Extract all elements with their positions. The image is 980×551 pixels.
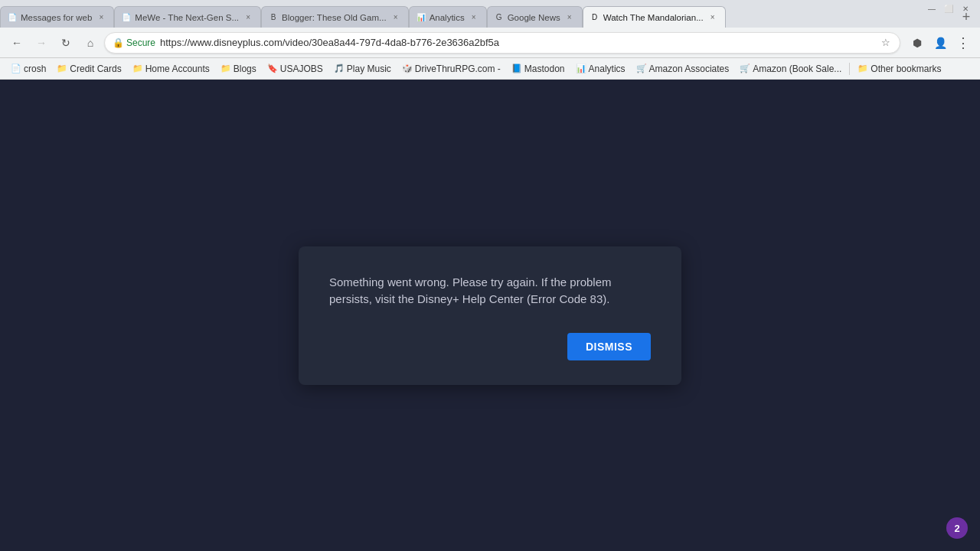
tab-title: Watch The Mandalorian... xyxy=(603,13,704,22)
bookmark-item-5[interactable]: 🎵Play Music xyxy=(329,62,396,76)
tab-title: Analytics xyxy=(430,13,465,22)
bookmark-item-9[interactable]: 🛒Amazon Associates xyxy=(632,62,734,76)
reload-button[interactable]: ↻ xyxy=(55,32,77,54)
profile-icon[interactable]: 👤 xyxy=(929,32,951,54)
settings-icon[interactable]: ⋮ xyxy=(952,32,974,54)
tab-close-button[interactable]: × xyxy=(95,11,107,24)
home-button[interactable]: ⌂ xyxy=(80,32,101,54)
bookmarks-bar: 📄crosh📁Credit Cards📁Home Accounts📁Blogs🔖… xyxy=(0,58,980,80)
address-bar-icons: ☆ xyxy=(880,35,892,50)
error-message: Something went wrong. Please try again. … xyxy=(329,274,651,308)
extensions-icon[interactable]: ⬢ xyxy=(906,32,928,54)
dismiss-button[interactable]: DISMISS xyxy=(567,333,651,360)
tab-favicon: G xyxy=(494,12,505,23)
notification-badge[interactable]: 2 xyxy=(946,517,968,539)
back-button[interactable]: ← xyxy=(6,32,28,54)
tab-close-button[interactable]: × xyxy=(468,11,480,24)
secure-label: Secure xyxy=(126,37,155,48)
dialog-actions: DISMISS xyxy=(329,333,651,360)
tab-tab6[interactable]: DWatch The Mandalorian...× xyxy=(583,6,726,28)
tab-favicon: 📊 xyxy=(416,12,426,23)
bookmark-label: Credit Cards xyxy=(70,64,121,74)
bookmark-icon: 🔖 xyxy=(267,64,278,73)
bookmark-item-6[interactable]: 🎲DriveThruRPG.com - xyxy=(397,62,505,76)
tab-close-button[interactable]: × xyxy=(242,11,254,24)
bookmark-item-4[interactable]: 🔖USAJOBS xyxy=(263,62,328,76)
bookmark-item-7[interactable]: 📘Mastodon xyxy=(507,62,570,76)
tab-tab5[interactable]: GGoogle News× xyxy=(487,6,583,28)
bookmark-item-2[interactable]: 📁Home Accounts xyxy=(128,62,214,76)
tab-favicon: 📄 xyxy=(7,12,18,23)
tab-title: Messages for web xyxy=(21,13,92,22)
bookmark-label: Amazon Associates xyxy=(649,64,730,74)
tab-favicon: B xyxy=(268,12,279,23)
bookmark-label: Amazon (Book Sale... xyxy=(753,64,841,74)
nav-right-icons: ⬢ 👤 ⋮ xyxy=(906,32,974,54)
minimize-button[interactable]: — xyxy=(926,3,937,14)
tab-title: MeWe - The Next-Gen S... xyxy=(135,13,239,22)
tab-bar: 📄Messages for web×📄MeWe - The Next-Gen S… xyxy=(0,0,980,28)
bookmark-label: crosh xyxy=(24,64,46,74)
tab-tab3[interactable]: BBlogger: These Old Gam...× xyxy=(261,6,409,28)
bookmark-item-10[interactable]: 🛒Amazon (Book Sale... xyxy=(735,62,846,76)
tab-favicon: 📄 xyxy=(121,12,132,23)
tab-tab2[interactable]: 📄MeWe - The Next-Gen S...× xyxy=(114,6,261,28)
bookmark-item-0[interactable]: 📄crosh xyxy=(6,62,51,76)
bookmark-icon: 📁 xyxy=(132,64,143,73)
lock-icon: 🔒 xyxy=(113,37,124,48)
bookmark-star-icon[interactable]: ☆ xyxy=(880,35,892,50)
bookmark-icon: 🛒 xyxy=(740,64,750,73)
bookmark-icon: 📁 xyxy=(220,64,231,73)
bookmark-icon: 📁 xyxy=(57,64,67,73)
bookmark-label: Blogs xyxy=(234,64,256,74)
bookmark-label: Play Music xyxy=(347,64,391,74)
tab-tab4[interactable]: 📊Analytics× xyxy=(409,6,487,28)
bookmark-item-11[interactable]: 📁Other bookmarks xyxy=(853,62,946,76)
tab-favicon: D xyxy=(590,12,600,23)
bookmark-icon: 🎵 xyxy=(334,64,345,73)
bookmark-icon: 📊 xyxy=(576,64,586,73)
bookmark-item-8[interactable]: 📊Analytics xyxy=(571,62,630,76)
tab-tab1[interactable]: 📄Messages for web× xyxy=(0,6,114,28)
tab-title: Google News xyxy=(508,13,560,22)
navigation-bar: ← → ↻ ⌂ 🔒 Secure https://www.disneyplus.… xyxy=(0,28,980,58)
url-text: https://www.disneyplus.com/video/30ea8a4… xyxy=(160,37,499,48)
page-content: Something went wrong. Please try again. … xyxy=(0,80,980,551)
tab-bar-wrapper: 📄Messages for web×📄MeWe - The Next-Gen S… xyxy=(0,0,980,28)
notification-count: 2 xyxy=(954,523,959,534)
close-button[interactable]: ✕ xyxy=(960,3,971,14)
address-bar[interactable]: 🔒 Secure https://www.disneyplus.com/vide… xyxy=(104,32,900,54)
bookmark-icon: 🎲 xyxy=(402,64,413,73)
bookmark-label: Other bookmarks xyxy=(871,64,941,74)
browser-window: 📄Messages for web×📄MeWe - The Next-Gen S… xyxy=(0,0,980,551)
bookmark-item-1[interactable]: 📁Credit Cards xyxy=(52,62,126,76)
tab-close-button[interactable]: × xyxy=(707,11,719,24)
bookmark-item-3[interactable]: 📁Blogs xyxy=(216,62,261,76)
bookmark-icon: 📘 xyxy=(511,64,522,73)
bookmark-icon: 📁 xyxy=(858,64,868,73)
bookmark-separator xyxy=(849,63,850,75)
error-dialog: Something went wrong. Please try again. … xyxy=(299,246,681,385)
tab-title: Blogger: These Old Gam... xyxy=(282,13,387,22)
bookmark-label: DriveThruRPG.com - xyxy=(415,64,501,74)
bookmark-label: Home Accounts xyxy=(145,64,210,74)
secure-badge: 🔒 Secure xyxy=(113,37,155,48)
restore-button[interactable]: ⬜ xyxy=(943,3,954,14)
bookmark-label: Analytics xyxy=(589,64,626,74)
tab-close-button[interactable]: × xyxy=(390,11,402,24)
bookmark-icon: 🛒 xyxy=(636,64,647,73)
tab-close-button[interactable]: × xyxy=(564,11,576,24)
bookmark-label: USAJOBS xyxy=(280,64,323,74)
bookmark-label: Mastodon xyxy=(524,64,565,74)
forward-button[interactable]: → xyxy=(31,32,52,54)
bookmark-icon: 📄 xyxy=(11,64,21,73)
